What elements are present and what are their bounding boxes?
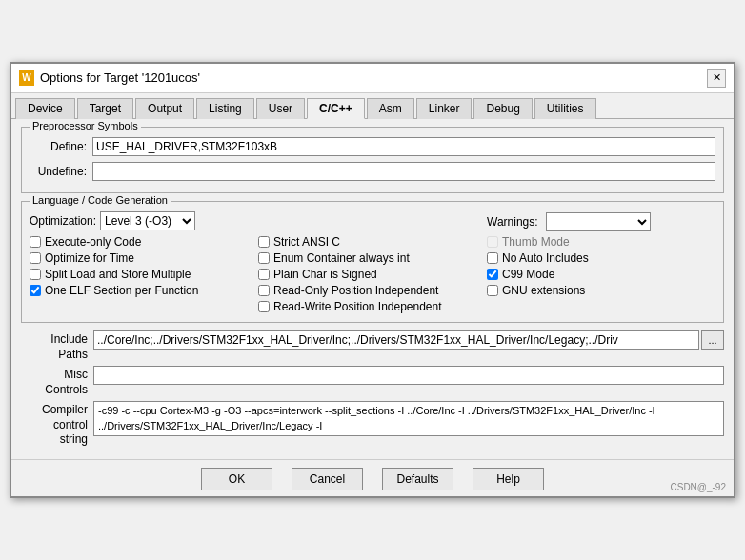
title-bar: W Options for Target '1201ucos' ✕	[11, 64, 734, 93]
check-optimize-time: Optimize for Time	[30, 250, 258, 266]
codegen-group: Language / Code Generation Optimization:…	[21, 201, 724, 323]
check-optimize-time-label: Optimize for Time	[45, 251, 134, 265]
include-paths-input[interactable]	[93, 330, 699, 350]
check-one-elf: One ELF Section per Function	[30, 283, 258, 298]
define-input[interactable]	[92, 137, 715, 156]
dialog-title: Options for Target '1201ucos'	[40, 70, 200, 85]
compiler-string-row: Compiler control string -c99 -c --cpu Co…	[21, 401, 724, 448]
ok-button[interactable]: OK	[201, 468, 272, 490]
check-ro-position-input[interactable]	[258, 285, 270, 296]
watermark: CSDN@_-92	[670, 482, 726, 492]
check-execute-only-label: Execute-only Code	[45, 235, 141, 249]
check-strict-ansi: Strict ANSI C	[258, 234, 487, 250]
warnings-label: Warnings:	[487, 215, 538, 229]
optimization-row: Optimization: Level 3 (-O3) Level 0 (-O0…	[30, 211, 258, 230]
codegen-group-label: Language / Code Generation	[30, 194, 171, 206]
check-gnu-extensions: GNU extensions	[487, 283, 715, 298]
bottom-fields: Include Paths ... Misc Controls Compiler…	[21, 330, 724, 448]
misc-controls-row: Misc Controls	[21, 366, 724, 397]
check-rw-position-label: Read-Write Position Independent	[273, 300, 442, 313]
check-strict-ansi-label: Strict ANSI C	[273, 235, 340, 249]
check-enum-container: Enum Container always int	[258, 250, 487, 266]
check-execute-only-input[interactable]	[30, 236, 41, 248]
check-execute-only: Execute-only Code	[30, 234, 258, 250]
check-no-auto-includes-label: No Auto Includes	[502, 251, 589, 265]
app-icon: W	[19, 70, 34, 86]
tab-utilities[interactable]: Utilities	[534, 98, 596, 119]
optimization-label: Optimization:	[30, 214, 96, 228]
tab-user[interactable]: User	[256, 98, 305, 119]
check-thumb-mode: Thumb Mode	[487, 234, 715, 250]
check-ro-position-label: Read-Only Position Independent	[273, 284, 438, 297]
tab-cpp[interactable]: C/C++	[307, 98, 365, 119]
tab-target[interactable]: Target	[77, 98, 133, 119]
check-optimize-time-input[interactable]	[30, 252, 41, 264]
buttons-row: OK Cancel Defaults Help	[11, 459, 734, 496]
tab-output[interactable]: Output	[135, 98, 194, 119]
check-enum-container-input[interactable]	[258, 252, 270, 264]
optimization-select[interactable]: Level 3 (-O3) Level 0 (-O0) Level 1 (-O1…	[100, 211, 195, 230]
check-thumb-mode-input	[487, 236, 498, 248]
include-paths-label: Include Paths	[21, 330, 88, 362]
tab-debug[interactable]: Debug	[473, 98, 532, 119]
check-plain-char: Plain Char is Signed	[258, 267, 487, 282]
defaults-button[interactable]: Defaults	[382, 468, 453, 490]
include-paths-row: Include Paths ...	[21, 330, 724, 362]
undefine-row: Undefine:	[30, 162, 715, 181]
tab-device[interactable]: Device	[15, 98, 75, 119]
undefine-input[interactable]	[92, 162, 715, 181]
check-c99-mode: C99 Mode	[487, 267, 715, 282]
check-c99-mode-label: C99 Mode	[502, 268, 554, 281]
check-plain-char-input[interactable]	[258, 269, 270, 280]
misc-controls-label: Misc Controls	[21, 366, 88, 397]
warnings-row: Warnings: All Warnings	[487, 212, 715, 231]
preprocessor-group: Preprocessor Symbols Define: Undefine:	[21, 127, 724, 193]
check-c99-mode-input[interactable]	[487, 269, 498, 280]
check-strict-ansi-input[interactable]	[258, 236, 270, 248]
close-button[interactable]: ✕	[707, 69, 726, 88]
check-split-load-label: Split Load and Store Multiple	[45, 268, 191, 281]
help-button[interactable]: Help	[473, 468, 544, 490]
misc-controls-input[interactable]	[93, 366, 724, 385]
check-enum-container-label: Enum Container always int	[273, 251, 410, 265]
cancel-button[interactable]: Cancel	[292, 468, 363, 490]
check-gnu-extensions-input[interactable]	[487, 285, 498, 296]
warnings-select[interactable]: All Warnings	[546, 212, 651, 231]
title-bar-left: W Options for Target '1201ucos'	[19, 70, 200, 86]
check-rw-position-input[interactable]	[258, 301, 270, 312]
tab-listing[interactable]: Listing	[196, 98, 254, 119]
check-ro-position: Read-Only Position Independent	[258, 283, 487, 298]
content-area: Preprocessor Symbols Define: Undefine: L…	[11, 119, 734, 459]
check-thumb-mode-label: Thumb Mode	[502, 235, 570, 249]
check-split-load-input[interactable]	[30, 269, 41, 280]
check-plain-char-label: Plain Char is Signed	[273, 268, 377, 281]
define-row: Define:	[30, 137, 715, 156]
compiler-string-value: -c99 -c --cpu Cortex-M3 -g -O3 --apcs=in…	[93, 401, 724, 436]
tab-asm[interactable]: Asm	[367, 98, 414, 119]
check-one-elf-input[interactable]	[30, 285, 41, 296]
preprocessor-group-label: Preprocessor Symbols	[30, 120, 141, 131]
undefine-label: Undefine:	[30, 165, 87, 178]
check-rw-position: Read-Write Position Independent	[258, 299, 487, 314]
tab-linker[interactable]: Linker	[416, 98, 473, 119]
check-one-elf-label: One ELF Section per Function	[45, 284, 198, 297]
tabs-bar: Device Target Output Listing User C/C++ …	[11, 93, 734, 119]
define-label: Define:	[30, 140, 87, 153]
browse-include-button[interactable]: ...	[701, 330, 724, 350]
check-no-auto-includes-input[interactable]	[487, 252, 498, 264]
check-gnu-extensions-label: GNU extensions	[502, 284, 585, 297]
dialog: W Options for Target '1201ucos' ✕ Device…	[10, 62, 735, 498]
compiler-string-label: Compiler control string	[21, 401, 88, 448]
check-split-load: Split Load and Store Multiple	[30, 267, 258, 282]
check-no-auto-includes: No Auto Includes	[487, 250, 715, 266]
